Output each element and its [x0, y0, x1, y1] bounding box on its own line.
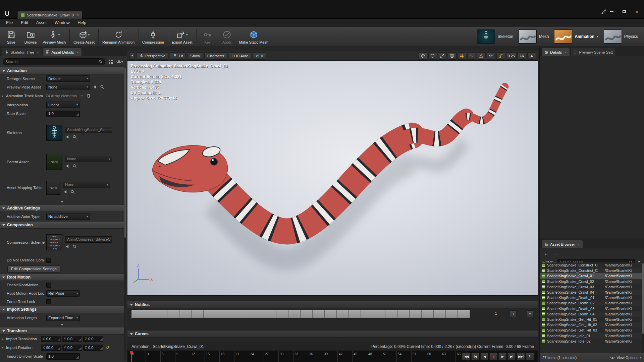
browse-to-asset-icon[interactable]	[70, 190, 75, 194]
rotation-x-field[interactable]: X90.0	[41, 345, 61, 351]
notify-track-cell[interactable]	[422, 310, 434, 318]
parent-asset-thumbnail[interactable]: None	[46, 154, 62, 170]
notify-track-cell[interactable]	[349, 310, 361, 318]
mode-skeleton[interactable]: Skeleton	[476, 29, 515, 44]
asset-row[interactable]: ScarletKingSnake_Get_Hit_03/Game/Scarlet…	[540, 327, 642, 333]
notify-track-cell[interactable]	[337, 310, 349, 318]
preview-pose-dropdown[interactable]: None▾	[46, 84, 90, 90]
browse-to-asset-icon[interactable]	[72, 164, 77, 168]
asset-row[interactable]: ScarletKingSnake_Get_Hit_02/Game/Scarlet…	[540, 322, 642, 327]
section-animation[interactable]: Animation	[0, 67, 124, 74]
skip-to-start-button[interactable]: |◀◀	[462, 353, 470, 360]
notify-track-cell[interactable]	[155, 310, 167, 318]
reimport-animation-button[interactable]: Reimport Animation	[100, 28, 137, 45]
scale-tool-button[interactable]	[438, 52, 447, 60]
notify-track-cell[interactable]	[252, 310, 264, 318]
asset-row[interactable]: ScarletKingSnake_Death_02/Game/ScarletKi	[540, 300, 642, 306]
notify-track-cell[interactable]	[192, 310, 204, 318]
asset-row[interactable]: ScarletKingSnake_Death_01/Game/ScarletKi	[540, 295, 642, 300]
scale-snap-value[interactable]: 0.25	[506, 52, 517, 60]
rotation-snap-toggle[interactable]	[477, 52, 486, 60]
notify-track-options-button[interactable]: ▾	[527, 310, 533, 317]
delete-elements-icon[interactable]	[87, 94, 91, 98]
title-bar[interactable]: U ScarletKingSnake_Crawl_0 × ×	[0, 0, 644, 19]
section-transform[interactable]: Transform	[0, 327, 124, 335]
tab-close-icon[interactable]: ×	[37, 50, 39, 54]
asset-row[interactable]: ScarletKingSnake_Get_Hit_01/Game/Scarlet…	[540, 317, 642, 322]
skeleton-asset-thumbnail[interactable]	[46, 125, 62, 141]
search-input[interactable]: Search	[3, 58, 105, 65]
notify-track[interactable]	[131, 310, 470, 318]
tab-skeleton-tree[interactable]: Skeleton Tree ×	[2, 48, 42, 56]
use-selected-arrow-icon[interactable]	[65, 164, 69, 168]
play-speed-button[interactable]: x1.0	[253, 52, 266, 60]
tab-close-icon[interactable]: ×	[76, 13, 79, 17]
lit-mode-button[interactable]: Lit	[170, 52, 186, 60]
step-forward-button[interactable]: ▶|	[507, 353, 516, 360]
layout-brush-icon[interactable]	[600, 9, 607, 15]
animation-length-dropdown[interactable]: Exported Time▾	[46, 315, 80, 321]
use-selected-arrow-icon[interactable]	[93, 85, 97, 89]
rate-scale-input[interactable]: 1.0	[46, 111, 80, 117]
section-additive-settings[interactable]: Additive Settings	[0, 204, 124, 212]
add-notify-track-button[interactable]: +	[510, 310, 517, 317]
skeleton-asset-dropdown[interactable]: ScarletKingSnake_Skeletc▾	[65, 127, 112, 133]
use-selected-arrow-icon[interactable]	[65, 244, 69, 249]
notify-track-cell[interactable]	[325, 310, 337, 318]
asset-row[interactable]: ScarletKingSnake_Death_03/Game/ScarletKi	[540, 306, 642, 311]
menu-asset[interactable]: Asset	[32, 19, 51, 26]
view-options-eye-icon[interactable]: ▾	[116, 58, 123, 65]
notify-track-cell[interactable]	[228, 310, 240, 318]
record-button[interactable]: ●	[489, 353, 497, 360]
asset-row[interactable]: ScarletKingSnake_Idle_01/Game/ScarletKi	[540, 333, 642, 338]
notify-track-cell[interactable]	[131, 310, 143, 318]
camera-speed-button[interactable]	[518, 52, 526, 60]
play-button[interactable]: ▶	[498, 353, 506, 360]
tab-details[interactable]: Details ×	[541, 48, 570, 56]
enable-root-motion-checkbox[interactable]	[46, 283, 51, 288]
menu-file[interactable]: File	[2, 19, 17, 26]
notify-track-cell[interactable]	[216, 310, 228, 318]
preview-mesh-button[interactable]: ▾ Preview Mesh	[40, 28, 68, 45]
step-backward-button[interactable]: |◀	[471, 353, 479, 360]
chevron-down-icon[interactable]: ▾	[186, 33, 188, 37]
chevron-down-icon[interactable]: ▾	[597, 35, 598, 38]
notify-track-cell[interactable]	[446, 310, 458, 318]
property-matrix-icon[interactable]	[107, 58, 114, 65]
advanced-expander[interactable]	[0, 199, 124, 204]
rotation-z-field[interactable]: Z0.0	[83, 345, 103, 351]
perspective-button[interactable]: Perspective	[136, 52, 168, 60]
translation-y-field[interactable]: Y0.0	[62, 336, 82, 342]
document-tab[interactable]: ScarletKingSnake_Crawl_0 ×	[17, 11, 82, 19]
tab-close-icon[interactable]: ×	[565, 50, 567, 54]
advanced-expander[interactable]	[0, 322, 124, 327]
asset-row[interactable]: ScarletKingSnake_Crawl_01/Game/ScarletKi	[540, 273, 642, 279]
menu-window[interactable]: Window	[51, 19, 73, 26]
left-panel-scrollbar[interactable]	[124, 68, 126, 361]
expander-icon[interactable]: ▸	[2, 94, 6, 98]
root-motion-root-lock-dropdown[interactable]: Ref Pose▾	[46, 290, 80, 297]
skip-to-end-button[interactable]: ▶▶|	[517, 353, 525, 360]
tab-close-icon[interactable]: ×	[77, 50, 79, 54]
compression-button[interactable]: Compression	[140, 28, 166, 45]
notify-track-cell[interactable]	[143, 310, 155, 318]
notify-track-cell[interactable]	[276, 310, 288, 318]
browse-to-asset-icon[interactable]	[100, 85, 104, 89]
asset-row[interactable]: ScarletKingSnake_Idle_02/Game/ScarletKi	[540, 339, 642, 344]
retarget-source-dropdown[interactable]: Default▾	[46, 75, 90, 82]
section-import-settings[interactable]: Import Settings	[0, 306, 124, 313]
asset-row[interactable]: ScarletKingSnake_Crawl_03/Game/ScarletKi	[540, 284, 642, 290]
notifies-header[interactable]: Notifies	[127, 301, 538, 308]
asset-row[interactable]: ScarletKingSnake_Constrict_C/Game/Scarle…	[540, 268, 642, 273]
menu-help[interactable]: Help	[73, 19, 90, 26]
notify-track-cell[interactable]	[240, 310, 252, 318]
edit-compression-settings-button[interactable]: Edit Compression Settings	[7, 265, 60, 273]
section-root-motion[interactable]: Root Motion	[0, 274, 124, 281]
section-compression[interactable]: Compression	[0, 221, 124, 229]
translation-x-field[interactable]: X0.0	[41, 336, 61, 342]
use-selected-arrow-icon[interactable]	[63, 190, 67, 194]
notify-track-cell[interactable]	[167, 310, 179, 318]
create-asset-button[interactable]: ▾ Create Asset	[71, 28, 97, 45]
save-button[interactable]: Save	[1, 28, 21, 45]
parent-asset-dropdown[interactable]: None▾	[65, 156, 112, 162]
